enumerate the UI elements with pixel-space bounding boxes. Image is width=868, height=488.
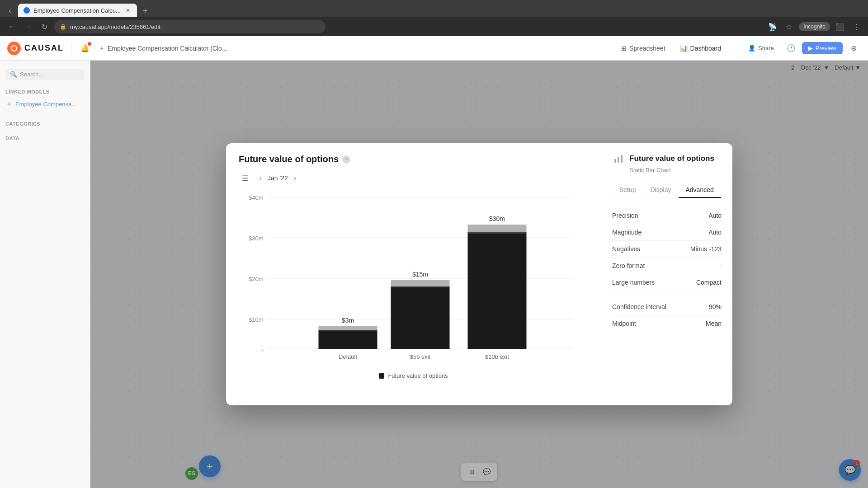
settings-row-confidence: Confidence interval 90% bbox=[612, 295, 722, 315]
bookmark-icon[interactable]: ☆ bbox=[783, 20, 795, 33]
reload-btn[interactable]: ↻ bbox=[38, 20, 51, 33]
midpoint-label: Midpoint bbox=[612, 320, 636, 327]
precision-value[interactable]: Auto bbox=[708, 212, 722, 219]
precision-label: Precision bbox=[612, 212, 638, 219]
search-box[interactable]: 🔍 Search... bbox=[5, 69, 85, 80]
tab-setup[interactable]: Setup bbox=[612, 183, 643, 198]
svg-rect-15 bbox=[391, 286, 450, 349]
legend-label: Future value of options bbox=[388, 372, 448, 379]
date-nav: ‹ Jan '22 › bbox=[255, 173, 301, 183]
new-tab-btn[interactable]: + bbox=[139, 5, 151, 17]
svg-rect-23 bbox=[614, 159, 616, 163]
settings-row-large-numbers: Large numbers Compact bbox=[612, 274, 722, 291]
dashboard-nav-item[interactable]: 📊 Dashboard bbox=[674, 42, 728, 55]
back-btn[interactable]: ← bbox=[5, 20, 18, 33]
svg-text:$15m: $15m bbox=[412, 271, 428, 278]
settings-rows: Precision Auto Magnitude Auto Negatives … bbox=[612, 207, 722, 332]
svg-rect-11 bbox=[319, 330, 377, 349]
bar-chart-area: $40m $30m $20m $10m - bbox=[239, 188, 588, 369]
forward-btn[interactable]: → bbox=[22, 20, 34, 33]
settings-subtitle: Static Bar Chart bbox=[612, 167, 722, 174]
svg-point-0 bbox=[11, 46, 17, 51]
header-nav: ⊞ Spreadsheet 📊 Dashboard bbox=[615, 42, 727, 55]
tab-display[interactable]: Display bbox=[643, 183, 679, 198]
search-icon: 🔍 bbox=[10, 71, 17, 78]
svg-rect-20 bbox=[468, 225, 527, 234]
linked-models-label: Linked models bbox=[0, 85, 90, 96]
date-next-btn[interactable]: › bbox=[290, 173, 301, 183]
categories-section: Categories bbox=[0, 117, 90, 128]
play-icon: ▶ bbox=[808, 45, 813, 52]
preview-btn[interactable]: ▶ Preview bbox=[802, 42, 843, 54]
extensions-btn[interactable]: ⬛ bbox=[834, 20, 846, 33]
spreadsheet-icon: ⊞ bbox=[621, 45, 627, 52]
legend-dot bbox=[379, 373, 384, 379]
cast-icon[interactable]: 📡 bbox=[766, 20, 779, 33]
date-prev-btn[interactable]: ‹ bbox=[255, 173, 266, 183]
linked-models-section: Linked models ＋ Employee Compensa... bbox=[0, 85, 90, 112]
modal-overlay: Future value of options ? ☰ ‹ Jan '22 › bbox=[90, 61, 868, 488]
address-bar[interactable]: 🔒 my.causal.app/models/235661/edit bbox=[54, 20, 326, 33]
svg-text:$5b exit: $5b exit bbox=[410, 353, 431, 360]
chart-controls: ☰ ‹ Jan '22 › bbox=[239, 172, 588, 184]
date-label: Jan '22 bbox=[268, 174, 288, 182]
url-text: my.causal.app/models/235661/edit bbox=[70, 23, 160, 30]
settings-chart-icon bbox=[612, 152, 625, 165]
svg-rect-24 bbox=[618, 157, 619, 163]
svg-text:$30m: $30m bbox=[249, 235, 264, 242]
settings-tabs: Setup Display Advanced bbox=[612, 183, 722, 198]
sidebar: 🔍 Search... Linked models ＋ Employee Com… bbox=[0, 61, 90, 488]
sidebar-search: 🔍 Search... bbox=[0, 66, 90, 85]
more-menu-btn[interactable]: ⋮ bbox=[850, 20, 863, 33]
tab-advanced[interactable]: Advanced bbox=[679, 183, 721, 198]
search-placeholder: Search... bbox=[20, 71, 43, 78]
model-name[interactable]: ＋ Employee Compensation Calculator (Clo.… bbox=[99, 44, 227, 52]
confidence-label: Confidence interval bbox=[612, 303, 666, 310]
zoom-btn[interactable]: ⊕ bbox=[846, 41, 861, 56]
app-logo: CAUSAL bbox=[7, 42, 64, 55]
dashboard-icon: 📊 bbox=[680, 45, 688, 52]
spreadsheet-nav-item[interactable]: ⊞ Spreadsheet bbox=[615, 42, 671, 55]
categories-label: Categories bbox=[0, 117, 90, 128]
chart-title-row: Future value of options ? bbox=[239, 154, 588, 164]
settings-panel: Future value of options Static Bar Chart… bbox=[601, 143, 732, 405]
browser-back-btn[interactable]: ‹ bbox=[4, 5, 16, 17]
settings-header: Future value of options bbox=[612, 152, 722, 165]
header-actions: 👤 Share 🕐 ▶ Preview ⊕ bbox=[742, 41, 861, 56]
settings-row-magnitude: Magnitude Auto bbox=[612, 224, 722, 241]
model-icon: ＋ bbox=[99, 44, 105, 52]
active-tab[interactable]: Employee Compensation Calcu... ✕ bbox=[18, 4, 137, 17]
negatives-value[interactable]: Minus -123 bbox=[690, 245, 722, 253]
incognito-badge[interactable]: Incognito bbox=[799, 22, 830, 31]
large-numbers-value[interactable]: Compact bbox=[696, 279, 722, 286]
chart-title-info-icon[interactable]: ? bbox=[342, 155, 350, 164]
settings-row-precision: Precision Auto bbox=[612, 207, 722, 224]
chart-panel: Future value of options ? ☰ ‹ Jan '22 › bbox=[226, 143, 601, 405]
confidence-value[interactable]: 90% bbox=[709, 303, 722, 310]
midpoint-value[interactable]: Mean bbox=[706, 320, 722, 327]
large-numbers-label: Large numbers bbox=[612, 279, 655, 286]
settings-title: Future value of options bbox=[629, 154, 714, 163]
tab-title: Employee Compensation Calcu... bbox=[33, 7, 121, 14]
tab-favicon bbox=[24, 7, 30, 14]
data-section: Data bbox=[0, 132, 90, 143]
magnitude-value[interactable]: Auto bbox=[708, 229, 722, 236]
svg-text:$20m: $20m bbox=[249, 276, 264, 282]
svg-text:$3m: $3m bbox=[342, 317, 354, 324]
share-btn[interactable]: 👤 Share bbox=[742, 42, 780, 54]
canvas-area: 2 – Dec '22 ▼ Default ▼ Future value of … bbox=[90, 61, 868, 488]
zero-format-value[interactable]: - bbox=[719, 262, 722, 269]
main-content: 🔍 Search... Linked models ＋ Employee Com… bbox=[0, 61, 868, 488]
zero-format-label: Zero format bbox=[612, 262, 645, 269]
notification-btn[interactable]: 🔔 bbox=[79, 42, 91, 55]
share-icon: 👤 bbox=[748, 45, 755, 52]
svg-text:Default: Default bbox=[339, 353, 358, 360]
plus-icon: ＋ bbox=[5, 99, 13, 109]
history-btn[interactable]: 🕐 bbox=[784, 41, 798, 56]
svg-text:$10m: $10m bbox=[249, 316, 264, 323]
svg-rect-12 bbox=[319, 326, 377, 331]
tab-close-btn[interactable]: ✕ bbox=[124, 7, 132, 14]
chart-legend: Future value of options bbox=[239, 372, 588, 379]
chart-menu-btn[interactable]: ☰ bbox=[239, 172, 251, 184]
linked-model-item[interactable]: ＋ Employee Compensa... bbox=[0, 96, 90, 112]
